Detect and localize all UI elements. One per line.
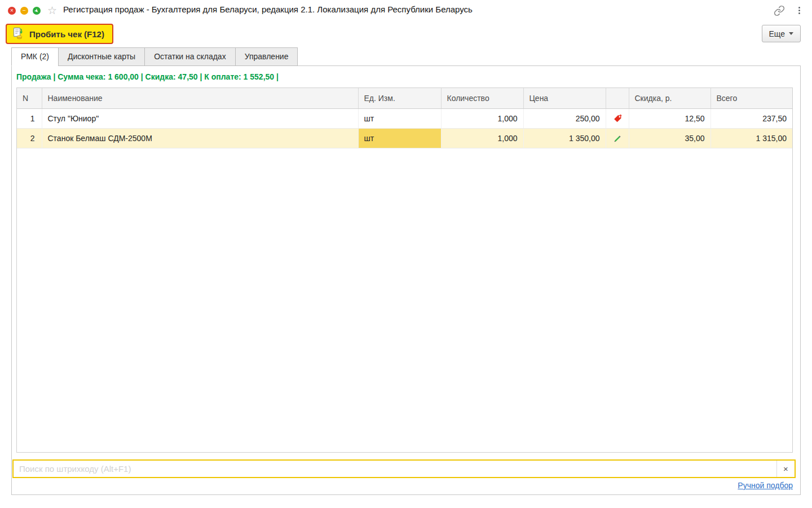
col-header-unit[interactable]: Ед. Изм. [358, 88, 441, 108]
cell-name[interactable]: Стул "Юниор" [42, 108, 358, 128]
close-window-icon[interactable]: × [8, 7, 16, 15]
cell-total[interactable]: 1 315,00 [710, 128, 792, 148]
goods-table[interactable]: N Наименование Ед. Изм. Количество Цена … [16, 87, 793, 453]
manual-pick-link[interactable]: Ручной подбор [738, 481, 793, 490]
cell-qty[interactable]: 1,000 [441, 108, 523, 128]
col-header-discount-type[interactable] [606, 88, 629, 108]
maximize-arrow-glyph: ➤ [32, 6, 41, 15]
more-menu-kebab-icon[interactable] [795, 6, 803, 16]
cell-discount[interactable]: 12,50 [629, 108, 710, 128]
col-header-price[interactable]: Цена [523, 88, 606, 108]
cell-name[interactable]: Станок Белмаш СДМ-2500М [42, 128, 358, 148]
tab-bar: РМК (2) Дисконтные карты Остатки на скла… [11, 47, 298, 66]
col-header-qty[interactable]: Количество [441, 88, 523, 108]
cell-discount[interactable]: 35,00 [629, 128, 710, 148]
more-button[interactable]: Еще [762, 25, 801, 42]
favorites-star-icon[interactable]: ☆ [47, 4, 57, 17]
maximize-window-icon[interactable]: ➤ [33, 7, 41, 15]
cell-qty[interactable]: 1,000 [441, 128, 523, 148]
title-bar: × − ➤ ☆ Регистрация продаж - Бухгалтерия… [0, 0, 812, 21]
minimize-window-icon[interactable]: − [20, 7, 28, 15]
more-button-label: Еще [769, 29, 785, 38]
tab-discount-cards[interactable]: Дисконтные карты [58, 47, 145, 66]
table-row[interactable]: 1 Стул "Юниор" шт 1,000 250,00 [17, 108, 792, 128]
caret-down-icon [789, 32, 793, 35]
command-bar: Пробить чек (F12) Еще [0, 23, 812, 46]
sale-status-line: Продажа | Сумма чека: 1 600,00 | Скидка:… [16, 72, 279, 81]
cell-unit-active[interactable]: шт [358, 128, 441, 148]
col-header-n[interactable]: N [17, 88, 42, 108]
table-row-selected[interactable]: 2 Станок Белмаш СДМ-2500М шт 1,000 1 350… [17, 128, 792, 148]
punch-check-button[interactable]: Пробить чек (F12) [6, 24, 113, 44]
cell-discount-type[interactable] [606, 108, 629, 128]
barcode-search-input[interactable] [14, 461, 776, 477]
window-title: Регистрация продаж - Бухгалтерия для Бел… [63, 5, 473, 14]
cell-discount-type[interactable] [606, 128, 629, 148]
cell-price[interactable]: 1 350,00 [523, 128, 606, 148]
punch-check-label: Пробить чек (F12) [29, 29, 104, 39]
cell-n[interactable]: 1 [17, 108, 42, 128]
table-header-row: N Наименование Ед. Изм. Количество Цена … [17, 88, 792, 108]
red-price-tag-icon [612, 113, 623, 122]
col-header-name[interactable]: Наименование [42, 88, 358, 108]
tab-rmk[interactable]: РМК (2) [11, 47, 59, 66]
cell-total[interactable]: 237,50 [710, 108, 792, 128]
cell-n[interactable]: 2 [17, 128, 42, 148]
cell-price[interactable]: 250,00 [523, 108, 606, 128]
col-header-total[interactable]: Всего [710, 88, 792, 108]
app-window: × − ➤ ☆ Регистрация продаж - Бухгалтерия… [0, 0, 812, 508]
barcode-search-box: × [12, 459, 796, 478]
rmk-tab-panel: Продажа | Сумма чека: 1 600,00 | Скидка:… [11, 65, 801, 495]
tab-warehouse-stock[interactable]: Остатки на складах [144, 47, 235, 66]
cell-unit[interactable]: шт [358, 108, 441, 128]
col-header-discount[interactable]: Скидка, р. [629, 88, 710, 108]
tab-management[interactable]: Управление [235, 47, 298, 66]
green-pencil-icon [612, 133, 623, 142]
clear-search-icon[interactable]: × [776, 461, 795, 477]
receipt-coins-icon [12, 27, 25, 41]
get-link-icon[interactable] [774, 5, 785, 16]
